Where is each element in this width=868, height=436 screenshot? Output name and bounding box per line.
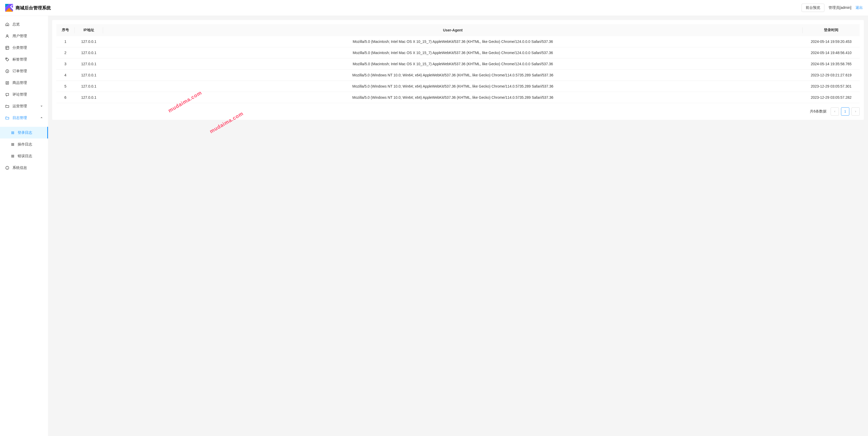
sidebar: 总览 用户管理 分类管理 标签管理 $ 订单管理 [0, 16, 48, 436]
grid-icon [11, 154, 14, 158]
svg-rect-20 [12, 145, 13, 146]
svg-point-7 [6, 58, 7, 59]
submenu-error-log[interactable]: 错误日志 [0, 150, 48, 162]
column-time: 登录时间 [803, 24, 860, 36]
cell-seq: 3 [56, 58, 74, 70]
svg-rect-15 [13, 132, 14, 133]
cell-ua: Mozilla/5.0 (Windows NT 10.0; Win64; x64… [103, 92, 803, 103]
grid-icon [11, 131, 14, 135]
submenu-item-label: 操作日志 [18, 142, 32, 147]
sidebar-item-comments[interactable]: 评论管理 [0, 89, 48, 100]
svg-rect-4 [6, 46, 9, 49]
app-title: 商城后台管理系统 [16, 5, 51, 11]
svg-rect-16 [12, 133, 13, 134]
table-row: 2127.0.0.1Mozilla/5.0 (Macintosh; Intel … [56, 47, 860, 58]
sidebar-item-operations[interactable]: 运营管理 [0, 100, 48, 112]
svg-rect-17 [13, 133, 14, 134]
order-icon: $ [5, 69, 9, 73]
sidebar-item-label: 用户管理 [12, 34, 27, 38]
cell-seq: 5 [56, 81, 74, 92]
folder-icon [5, 104, 9, 108]
svg-rect-14 [12, 132, 13, 133]
cell-ip: 127.0.0.1 [74, 36, 103, 47]
cell-seq: 2 [56, 47, 74, 58]
pagination-next[interactable] [851, 107, 860, 116]
cell-seq: 6 [56, 92, 74, 103]
cell-time: 2024-05-14 19:48:56.410 [803, 47, 860, 58]
table-row: 3127.0.0.1Mozilla/5.0 (Macintosh; Intel … [56, 58, 860, 70]
chevron-up-icon [40, 116, 43, 119]
sidebar-item-label: 运营管理 [12, 104, 27, 109]
cell-ua: Mozilla/5.0 (Windows NT 10.0; Win64; x64… [103, 70, 803, 81]
preview-button[interactable]: 前台预览 [802, 4, 825, 12]
cell-time: 2024-05-14 19:35:58.765 [803, 58, 860, 70]
submenu-item-label: 登录日志 [18, 130, 32, 135]
user-icon [5, 34, 9, 38]
column-seq: 序号 [56, 24, 74, 36]
svg-rect-21 [13, 145, 14, 146]
home-icon [5, 22, 9, 27]
svg-rect-25 [13, 156, 14, 157]
sidebar-item-logs[interactable]: 日志管理 [0, 112, 48, 124]
sidebar-item-label: 系统信息 [12, 166, 27, 170]
pagination-prev[interactable] [831, 107, 839, 116]
cell-ip: 127.0.0.1 [74, 47, 103, 58]
sidebar-item-products[interactable]: 商品管理 [0, 77, 48, 89]
sidebar-item-label: 总览 [12, 22, 20, 27]
card: 序号 IP地址 User-Agent 登录时间 1127.0.0.1Mozill… [52, 20, 864, 120]
header: 商城后台管理系统 前台预览 管理员[admin] 退出 [0, 0, 868, 16]
pagination: 共6条数据 1 [56, 107, 860, 116]
cell-ua: Mozilla/5.0 (Macintosh; Intel Mac OS X 1… [103, 47, 803, 58]
cell-time: 2023-12-29 03:21:27.619 [803, 70, 860, 81]
logo: 商城后台管理系统 [5, 4, 51, 12]
sidebar-item-label: 标签管理 [12, 57, 27, 62]
cell-ua: Mozilla/5.0 (Macintosh; Intel Mac OS X 1… [103, 36, 803, 47]
svg-text:$: $ [7, 70, 8, 72]
logo-icon [5, 4, 13, 12]
sidebar-item-categories[interactable]: 分类管理 [0, 42, 48, 54]
pagination-total: 共6条数据 [810, 109, 827, 114]
svg-rect-22 [12, 155, 13, 156]
table-row: 1127.0.0.1Mozilla/5.0 (Macintosh; Intel … [56, 36, 860, 47]
cell-seq: 1 [56, 36, 74, 47]
category-icon [5, 46, 9, 50]
column-ua: User-Agent [103, 24, 803, 36]
svg-rect-19 [13, 143, 14, 144]
cell-time: 2023-12-29 03:05:57.301 [803, 81, 860, 92]
content: 序号 IP地址 User-Agent 登录时间 1127.0.0.1Mozill… [48, 16, 868, 436]
cell-ua: Mozilla/5.0 (Macintosh; Intel Mac OS X 1… [103, 58, 803, 70]
svg-point-3 [6, 34, 8, 36]
user-label: 管理员[admin] [829, 5, 851, 10]
table-row: 5127.0.0.1Mozilla/5.0 (Windows NT 10.0; … [56, 81, 860, 92]
tag-icon [5, 57, 9, 62]
comment-icon [5, 92, 9, 97]
info-icon [5, 166, 9, 170]
logout-link[interactable]: 退出 [856, 5, 863, 10]
grid-icon [11, 143, 14, 146]
table-row: 4127.0.0.1Mozilla/5.0 (Windows NT 10.0; … [56, 70, 860, 81]
pagination-page-1[interactable]: 1 [841, 107, 849, 116]
svg-rect-18 [12, 143, 13, 144]
cell-seq: 4 [56, 70, 74, 81]
submenu-operation-log[interactable]: 操作日志 [0, 139, 48, 150]
sidebar-item-users[interactable]: 用户管理 [0, 30, 48, 42]
cell-ip: 127.0.0.1 [74, 70, 103, 81]
sidebar-item-label: 订单管理 [12, 69, 27, 74]
sidebar-item-orders[interactable]: $ 订单管理 [0, 65, 48, 77]
column-ip: IP地址 [74, 24, 103, 36]
table-header-row: 序号 IP地址 User-Agent 登录时间 [56, 24, 860, 36]
cell-ua: Mozilla/5.0 (Windows NT 10.0; Win64; x64… [103, 81, 803, 92]
cell-ip: 127.0.0.1 [74, 92, 103, 103]
sidebar-item-tags[interactable]: 标签管理 [0, 54, 48, 65]
cell-time: 2024-05-14 19:59:20.453 [803, 36, 860, 47]
sidebar-item-system[interactable]: 系统信息 [0, 162, 48, 174]
product-icon [5, 81, 9, 85]
sidebar-item-label: 分类管理 [12, 46, 27, 50]
cell-ip: 127.0.0.1 [74, 81, 103, 92]
submenu-login-log[interactable]: 登录日志 [0, 127, 48, 139]
header-right: 前台预览 管理员[admin] 退出 [802, 4, 863, 12]
folder-icon [5, 116, 9, 120]
sidebar-item-label: 商品管理 [12, 81, 27, 85]
cell-time: 2023-12-29 03:05:57.282 [803, 92, 860, 103]
sidebar-item-overview[interactable]: 总览 [0, 19, 48, 30]
